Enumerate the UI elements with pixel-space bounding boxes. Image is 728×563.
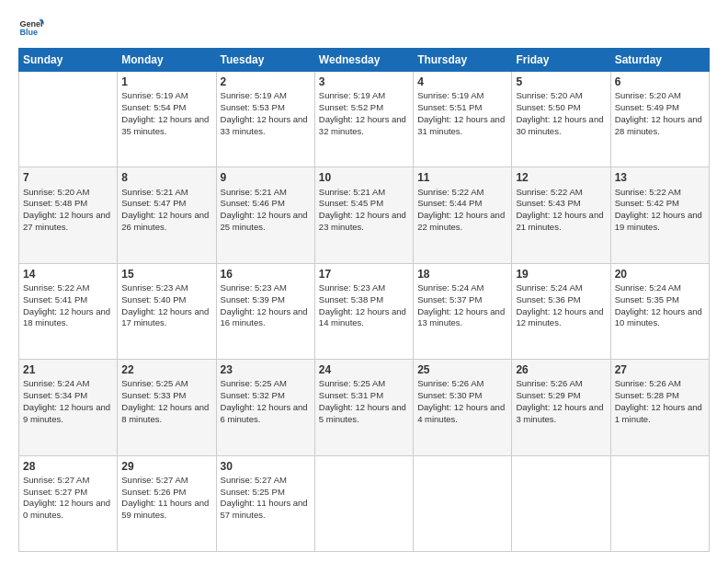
daylight: Daylight: 12 hours and 1 minute. xyxy=(615,402,702,424)
daylight: Daylight: 12 hours and 33 minutes. xyxy=(221,114,308,136)
day-header-saturday: Saturday xyxy=(610,49,709,72)
sunset: Sunset: 5:38 PM xyxy=(319,294,383,304)
calendar-cell: 12Sunrise: 5:22 AMSunset: 5:43 PMDayligh… xyxy=(512,167,610,263)
daylight: Daylight: 12 hours and 25 minutes. xyxy=(221,210,308,232)
daylight: Daylight: 12 hours and 30 minutes. xyxy=(516,114,603,136)
sunrise: Sunrise: 5:19 AM xyxy=(221,90,287,100)
day-header-thursday: Thursday xyxy=(414,49,512,72)
calendar-table: SundayMondayTuesdayWednesdayThursdayFrid… xyxy=(18,48,710,552)
sunset: Sunset: 5:32 PM xyxy=(221,390,285,400)
daylight: Daylight: 12 hours and 0 minutes. xyxy=(23,498,110,520)
calendar-cell: 3Sunrise: 5:19 AMSunset: 5:52 PMDaylight… xyxy=(314,72,413,167)
sunrise: Sunrise: 5:24 AM xyxy=(23,378,89,388)
sunset: Sunset: 5:34 PM xyxy=(23,390,87,400)
day-number: 24 xyxy=(319,362,409,377)
sunset: Sunset: 5:47 PM xyxy=(121,198,186,208)
day-number: 18 xyxy=(417,267,507,282)
day-number: 16 xyxy=(221,267,311,282)
day-number: 12 xyxy=(516,170,606,185)
day-header-tuesday: Tuesday xyxy=(216,49,314,72)
calendar-cell: 9Sunrise: 5:21 AMSunset: 5:46 PMDaylight… xyxy=(216,167,314,263)
calendar-cell: 17Sunrise: 5:23 AMSunset: 5:38 PMDayligh… xyxy=(314,263,413,359)
day-number: 26 xyxy=(516,362,606,377)
sunset: Sunset: 5:54 PM xyxy=(121,102,186,112)
logo-icon: General Blue xyxy=(18,15,44,40)
sunrise: Sunrise: 5:26 AM xyxy=(615,378,681,388)
sunset: Sunset: 5:30 PM xyxy=(417,390,482,400)
day-number: 8 xyxy=(121,170,211,185)
sunrise: Sunrise: 5:20 AM xyxy=(516,90,582,100)
week-row-4: 21Sunrise: 5:24 AMSunset: 5:34 PMDayligh… xyxy=(19,360,710,455)
day-number: 21 xyxy=(23,362,113,377)
sunset: Sunset: 5:28 PM xyxy=(615,390,679,400)
logo: General Blue xyxy=(18,15,48,40)
sunrise: Sunrise: 5:24 AM xyxy=(516,282,582,293)
sunrise: Sunrise: 5:19 AM xyxy=(417,90,483,100)
day-header-monday: Monday xyxy=(118,49,216,72)
calendar-cell: 19Sunrise: 5:24 AMSunset: 5:36 PMDayligh… xyxy=(512,263,610,359)
day-number: 3 xyxy=(319,75,409,89)
daylight: Daylight: 12 hours and 13 minutes. xyxy=(417,306,505,328)
daylight: Daylight: 12 hours and 22 minutes. xyxy=(417,210,505,232)
calendar-cell: 4Sunrise: 5:19 AMSunset: 5:51 PMDaylight… xyxy=(414,72,512,167)
sunrise: Sunrise: 5:19 AM xyxy=(121,90,188,100)
sunset: Sunset: 5:41 PM xyxy=(23,294,87,304)
week-row-3: 14Sunrise: 5:22 AMSunset: 5:41 PMDayligh… xyxy=(19,263,710,359)
daylight: Daylight: 12 hours and 12 minutes. xyxy=(516,306,603,328)
day-number: 23 xyxy=(221,362,311,377)
day-number: 5 xyxy=(516,75,606,89)
day-number: 28 xyxy=(23,459,113,474)
day-number: 11 xyxy=(417,170,507,185)
calendar-cell: 26Sunrise: 5:26 AMSunset: 5:29 PMDayligh… xyxy=(512,360,610,455)
sunset: Sunset: 5:39 PM xyxy=(221,294,285,304)
calendar-cell: 23Sunrise: 5:25 AMSunset: 5:32 PMDayligh… xyxy=(216,360,314,455)
calendar-cell: 15Sunrise: 5:23 AMSunset: 5:40 PMDayligh… xyxy=(118,263,216,359)
page: General Blue SundayMondayTuesdayWednesda… xyxy=(0,0,728,563)
daylight: Daylight: 12 hours and 6 minutes. xyxy=(221,402,308,424)
calendar-cell: 10Sunrise: 5:21 AMSunset: 5:45 PMDayligh… xyxy=(314,167,413,263)
header: General Blue xyxy=(18,15,710,40)
sunset: Sunset: 5:27 PM xyxy=(23,487,87,497)
sunrise: Sunrise: 5:24 AM xyxy=(417,282,483,293)
daylight: Daylight: 12 hours and 21 minutes. xyxy=(516,210,603,232)
sunrise: Sunrise: 5:27 AM xyxy=(221,475,287,485)
calendar-cell xyxy=(512,455,610,551)
sunrise: Sunrise: 5:25 AM xyxy=(221,378,287,388)
calendar-cell: 2Sunrise: 5:19 AMSunset: 5:53 PMDaylight… xyxy=(216,72,314,167)
sunrise: Sunrise: 5:27 AM xyxy=(23,475,89,485)
sunrise: Sunrise: 5:22 AM xyxy=(516,187,582,197)
daylight: Daylight: 12 hours and 8 minutes. xyxy=(121,402,209,424)
svg-text:General: General xyxy=(19,19,44,29)
daylight: Daylight: 12 hours and 35 minutes. xyxy=(121,114,209,136)
sunset: Sunset: 5:51 PM xyxy=(417,102,482,112)
sunrise: Sunrise: 5:21 AM xyxy=(221,187,287,197)
sunset: Sunset: 5:43 PM xyxy=(516,198,580,208)
daylight: Daylight: 12 hours and 26 minutes. xyxy=(121,210,209,232)
calendar-cell: 1Sunrise: 5:19 AMSunset: 5:54 PMDaylight… xyxy=(118,72,216,167)
day-number: 6 xyxy=(615,75,705,89)
calendar-cell xyxy=(414,455,512,551)
calendar-cell: 30Sunrise: 5:27 AMSunset: 5:25 PMDayligh… xyxy=(216,455,314,551)
sunrise: Sunrise: 5:27 AM xyxy=(121,475,188,485)
calendar-cell: 27Sunrise: 5:26 AMSunset: 5:28 PMDayligh… xyxy=(610,360,709,455)
sunset: Sunset: 5:46 PM xyxy=(221,198,285,208)
calendar-cell xyxy=(19,72,118,167)
daylight: Daylight: 11 hours and 59 minutes. xyxy=(121,498,209,520)
daylight: Daylight: 12 hours and 23 minutes. xyxy=(319,210,406,232)
daylight: Daylight: 12 hours and 9 minutes. xyxy=(23,402,110,424)
day-number: 29 xyxy=(121,459,211,474)
day-number: 13 xyxy=(615,170,705,185)
calendar-cell: 5Sunrise: 5:20 AMSunset: 5:50 PMDaylight… xyxy=(512,72,610,167)
calendar-cell: 28Sunrise: 5:27 AMSunset: 5:27 PMDayligh… xyxy=(19,455,118,551)
calendar-cell: 14Sunrise: 5:22 AMSunset: 5:41 PMDayligh… xyxy=(19,263,118,359)
day-header-friday: Friday xyxy=(512,49,610,72)
day-number: 15 xyxy=(121,267,211,282)
day-number: 2 xyxy=(221,75,311,89)
day-number: 14 xyxy=(23,267,113,282)
day-header-sunday: Sunday xyxy=(19,49,118,72)
sunrise: Sunrise: 5:23 AM xyxy=(121,282,188,293)
sunset: Sunset: 5:37 PM xyxy=(417,294,482,304)
daylight: Daylight: 12 hours and 10 minutes. xyxy=(615,306,702,328)
sunrise: Sunrise: 5:26 AM xyxy=(417,378,483,388)
sunrise: Sunrise: 5:21 AM xyxy=(121,187,188,197)
